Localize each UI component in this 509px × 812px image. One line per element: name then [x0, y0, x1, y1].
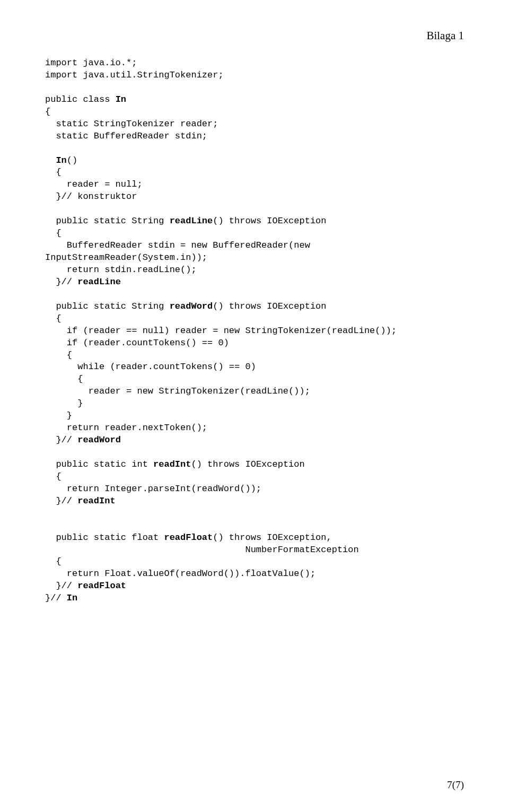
- comment-keyword: readWord: [77, 435, 121, 445]
- code-line: return Integer.parseInt(readWord());: [45, 484, 261, 494]
- code-text: }//: [45, 435, 77, 445]
- code-text: public static int: [45, 459, 153, 469]
- code-text: public static float: [45, 532, 164, 543]
- code-line: NumberFormatException: [45, 545, 359, 555]
- code-line: reader = new StringTokenizer(readLine())…: [45, 386, 310, 396]
- code-text: public static String: [45, 216, 170, 226]
- code-text: }//: [45, 593, 67, 603]
- code-line: reader = null;: [45, 179, 143, 189]
- code-block: import java.io.*; import java.util.Strin…: [45, 57, 464, 605]
- code-line: {: [45, 107, 50, 117]
- code-line: import java.util.StringTokenizer;: [45, 70, 224, 80]
- code-line: }: [45, 398, 83, 408]
- code-line: {: [45, 556, 62, 566]
- code-text: }//: [45, 496, 77, 506]
- code-line: return stdin.readLine();: [45, 265, 197, 275]
- code-line: {: [45, 228, 62, 238]
- code-text: public class: [45, 94, 116, 104]
- comment-keyword: readFloat: [77, 581, 126, 591]
- code-line: }: [45, 411, 72, 421]
- comment-keyword: In: [67, 593, 77, 603]
- code-line: return Float.valueOf(readWord()).floatVa…: [45, 569, 315, 579]
- code-line: {: [45, 350, 72, 360]
- code-line: {: [45, 374, 83, 384]
- code-line: while (reader.countTokens() == 0): [45, 362, 256, 372]
- code-line: return reader.nextToken();: [45, 423, 207, 433]
- code-text: }//: [45, 277, 77, 287]
- code-line: if (reader.countTokens() == 0): [45, 338, 229, 348]
- code-text: }//: [45, 581, 77, 591]
- code-text: () throws IOException: [213, 301, 326, 311]
- class-name: In: [116, 94, 126, 104]
- code-text: () throws IOException: [191, 459, 304, 469]
- comment-keyword: readInt: [77, 496, 115, 506]
- code-text: () throws IOException,: [213, 532, 331, 543]
- method-name: readInt: [153, 459, 191, 469]
- code-line: import java.io.*;: [45, 58, 137, 68]
- code-line: if (reader == null) reader = new StringT…: [45, 326, 397, 336]
- code-text: (): [67, 155, 77, 165]
- code-line: static StringTokenizer reader;: [45, 119, 218, 129]
- constructor-name: In: [56, 155, 66, 165]
- code-text: [45, 155, 56, 165]
- method-name: readFloat: [164, 532, 213, 543]
- attachment-label: Bilaga 1: [45, 29, 464, 42]
- code-line: {: [45, 472, 62, 482]
- code-text: public static String: [45, 301, 170, 311]
- code-line: static BufferedReader stdin;: [45, 131, 207, 141]
- comment-keyword: readLine: [77, 277, 121, 287]
- code-line: BufferedReader stdin = new BufferedReade…: [45, 240, 310, 250]
- page-number: 7(7): [447, 779, 464, 791]
- method-name: readWord: [170, 301, 213, 311]
- code-line: }// konstruktor: [45, 191, 137, 202]
- code-text: () throws IOException: [213, 216, 326, 226]
- method-name: readLine: [170, 216, 213, 226]
- code-line: {: [45, 167, 62, 177]
- code-line: InputStreamReader(System.in));: [45, 252, 207, 263]
- page-container: Bilaga 1 import java.io.*; import java.u…: [0, 0, 509, 812]
- code-line: {: [45, 313, 62, 324]
